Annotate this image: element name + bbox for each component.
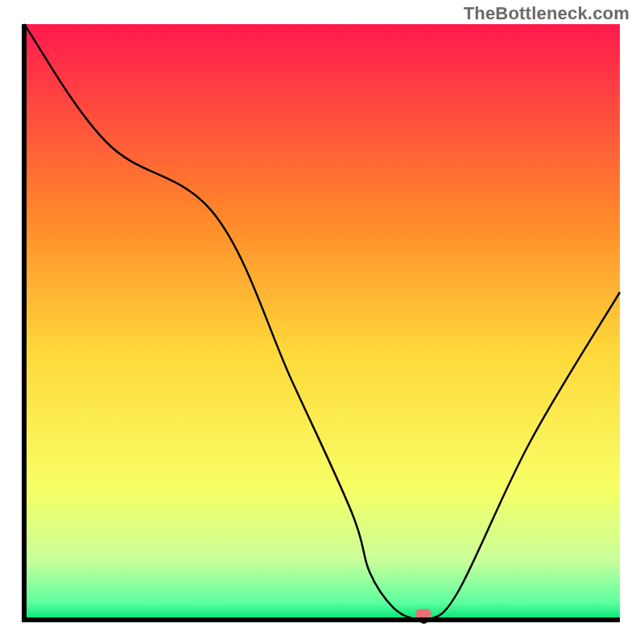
plot-area [24, 24, 620, 623]
optimal-marker [415, 609, 431, 619]
watermark-label: TheBottleneck.com [464, 3, 630, 24]
chart-canvas: TheBottleneck.com [0, 0, 644, 644]
bottleneck-chart [0, 0, 644, 644]
gradient-background [24, 24, 620, 620]
